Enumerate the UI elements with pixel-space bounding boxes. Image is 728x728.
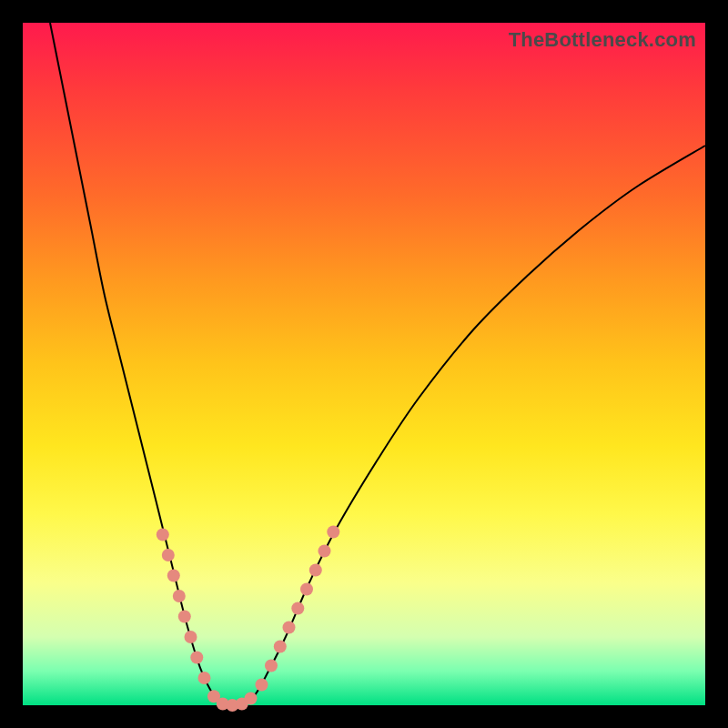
data-dot <box>283 622 296 634</box>
chart-area: TheBottleneck.com <box>23 23 705 705</box>
data-dot <box>256 679 268 692</box>
data-dot <box>198 672 211 684</box>
data-dots <box>157 526 339 713</box>
data-dot <box>178 611 191 623</box>
data-dot <box>173 590 186 602</box>
data-dot <box>274 641 287 653</box>
data-dot <box>265 660 278 672</box>
data-dot <box>167 570 180 582</box>
data-dot <box>318 545 331 558</box>
bottleneck-curve <box>50 23 705 706</box>
data-dot <box>162 549 175 561</box>
data-dot <box>190 652 203 664</box>
data-dot <box>185 631 197 643</box>
data-dot <box>300 583 313 596</box>
plot-svg <box>23 23 705 705</box>
data-dot <box>291 602 304 615</box>
data-dot <box>309 564 322 577</box>
data-dot <box>327 526 339 539</box>
data-dot <box>157 529 169 541</box>
data-dot <box>245 693 258 705</box>
